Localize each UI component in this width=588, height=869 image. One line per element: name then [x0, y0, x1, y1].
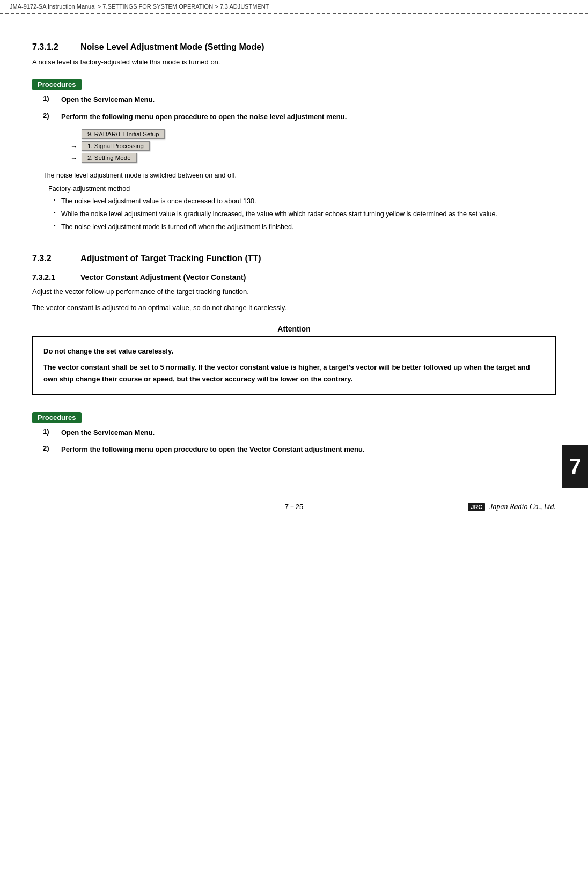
step-2-1-num: 1) — [43, 428, 61, 436]
section-7312-intro: A noise level is factory-adjusted while … — [32, 56, 556, 68]
chapter-tab: 7 — [562, 445, 588, 488]
dashed-separator — [0, 13, 588, 14]
jrc-badge: JRC — [468, 503, 485, 511]
step-1-2: 2) Perform the following menu open proce… — [32, 112, 556, 122]
attention-line-2: The vector constant shall be set to 5 no… — [43, 362, 545, 385]
section-7321-num: 7.3.2.1 — [32, 273, 80, 282]
footer-page: 7－25 — [285, 502, 304, 512]
bullet-3: The noise level adjustment mode is turne… — [54, 222, 556, 232]
section-7321-para1: Adjust the vector follow-up performance … — [32, 286, 556, 298]
attention-title: Attention — [270, 325, 318, 333]
main-content: 7.3.1.2 Noise Level Adjustment Mode (Set… — [0, 24, 588, 477]
menu-row-3: → 2. Setting Mode — [64, 153, 556, 163]
bullet-1: The noise level adjustment value is once… — [54, 196, 556, 207]
attention-box: Do not change the set value carelessly. … — [32, 336, 556, 394]
step-1-2-text: Perform the following menu open procedur… — [61, 112, 347, 122]
menu-row-2: → 1. Signal Processing — [64, 141, 556, 151]
procedures-badge-1: Procedures — [32, 79, 82, 90]
step-2-1: 1) Open the Serviceman Menu. — [32, 428, 556, 438]
step-1-2-num: 2) — [43, 112, 61, 120]
breadcrumb: JMA-9172-SA Instruction Manual > 7.SETTI… — [0, 0, 588, 13]
menu-arrow-2: → — [64, 142, 77, 150]
section-7312-heading: 7.3.1.2 Noise Level Adjustment Mode (Set… — [32, 42, 556, 52]
step-2-1-text: Open the Serviceman Menu. — [61, 428, 155, 438]
bullet-2: While the noise level adjustment value i… — [54, 209, 556, 219]
menu-btn-1: 9. RADAR/TT Initial Setup — [82, 129, 165, 139]
footer-company: Japan Radio Co., Ltd. — [489, 503, 556, 511]
factory-block: Factory-adjustment method The noise leve… — [48, 185, 556, 232]
section-732-title: Adjustment of Target Tracking Function (… — [80, 254, 261, 263]
factory-bullets: The noise level adjustment value is once… — [48, 196, 556, 232]
procedures-badge-2: Procedures — [32, 412, 82, 423]
menu-chain-1: 9. RADAR/TT Initial Setup → 1. Signal Pr… — [64, 129, 556, 163]
menu-row-1: 9. RADAR/TT Initial Setup — [64, 129, 556, 139]
attention-header: Attention — [32, 325, 556, 333]
attention-line-right — [318, 329, 404, 329]
attention-line-1: Do not change the set value carelessly. — [43, 345, 545, 357]
section-7321-title: Vector Constant Adjustment (Vector Const… — [80, 273, 246, 282]
section-732-num: 7.3.2 — [32, 254, 80, 263]
menu-btn-3: 2. Setting Mode — [82, 153, 137, 163]
section-7312-num: 7.3.1.2 — [32, 42, 80, 52]
attention-container: Attention Do not change the set value ca… — [32, 325, 556, 394]
step-2-2-text: Perform the following menu open procedur… — [61, 444, 365, 455]
step-1-1: 1) Open the Serviceman Menu. — [32, 94, 556, 105]
step-2-2-num: 2) — [43, 444, 61, 452]
menu-arrow-3: → — [64, 154, 77, 162]
footer: 7－25 JRC Japan Radio Co., Ltd. — [0, 494, 588, 520]
section-7312-title: Noise Level Adjustment Mode (Setting Mod… — [80, 42, 264, 52]
section-7321-para2: The vector constant is adjusted to an op… — [32, 302, 556, 314]
step-2-2: 2) Perform the following menu open proce… — [32, 444, 556, 455]
footer-logo: JRC Japan Radio Co., Ltd. — [468, 503, 556, 511]
step-1-1-num: 1) — [43, 94, 61, 102]
factory-title: Factory-adjustment method — [48, 185, 556, 193]
section-732-heading: 7.3.2 Adjustment of Target Tracking Func… — [32, 254, 556, 263]
step-1-1-text: Open the Serviceman Menu. — [61, 94, 155, 105]
noise-note: The noise level adjustment mode is switc… — [43, 170, 556, 181]
menu-btn-2: 1. Signal Processing — [82, 141, 150, 151]
attention-line-left — [184, 329, 270, 329]
section-7321-heading: 7.3.2.1 Vector Constant Adjustment (Vect… — [32, 273, 556, 282]
